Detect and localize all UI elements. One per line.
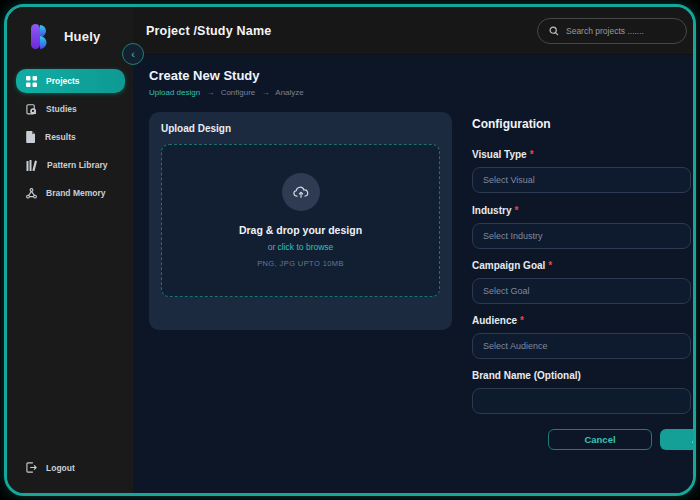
required-asterisk: * — [548, 260, 552, 271]
industry-label: Industry* — [472, 205, 518, 216]
sidebar-item-results[interactable]: Results — [16, 125, 125, 149]
configuration-panel: Configuration Visual Type* Select Visual… — [472, 117, 693, 493]
browse-link[interactable]: click to browse — [278, 242, 334, 252]
huely-logo-icon — [29, 23, 55, 50]
visual-type-select[interactable]: Select Visual — [472, 167, 691, 193]
app-window: Huely Projects — [4, 4, 696, 496]
network-icon — [26, 188, 37, 199]
sidebar-item-studies[interactable]: Studies — [16, 97, 125, 121]
breadcrumb-separator: → — [206, 88, 214, 97]
sidebar-item-label: Studies — [46, 104, 77, 114]
required-asterisk: * — [520, 315, 524, 326]
audience-select[interactable]: Select Audience — [472, 333, 691, 359]
document-icon — [26, 131, 36, 143]
logout-button[interactable]: Logout — [26, 462, 75, 473]
library-books-icon — [26, 160, 38, 171]
search-box[interactable] — [537, 18, 687, 44]
form-actions: Cancel Analyze — [472, 429, 693, 451]
brand-name: Huely — [64, 29, 100, 44]
audience-label: Audience* — [472, 315, 524, 326]
sidebar-item-label: Brand Memory — [46, 188, 106, 198]
upload-design-card: Upload Design Drag & drop your design or… — [149, 112, 452, 330]
field-label-text: Visual Type — [472, 149, 527, 160]
sidebar-item-projects[interactable]: Projects — [16, 69, 125, 93]
field-label-text: Industry — [472, 205, 511, 216]
grid-icon — [26, 76, 37, 87]
sidebar-item-pattern-library[interactable]: Pattern Library — [16, 153, 125, 177]
brand-logo: Huely — [29, 23, 100, 50]
search-icon — [549, 26, 559, 36]
dropzone-subtitle: or click to browse — [268, 242, 334, 252]
analyze-button[interactable]: Analyze — [660, 429, 696, 450]
select-placeholder: Select Audience — [483, 341, 548, 351]
top-header: Project /Study Name — [133, 7, 693, 55]
industry-select[interactable]: Select Industry — [472, 223, 691, 249]
cloud-upload-icon — [293, 186, 309, 199]
page-header-title: Project /Study Name — [146, 24, 271, 38]
sidebar-item-label: Pattern Library — [47, 160, 107, 170]
or-text: or — [268, 242, 276, 252]
upload-dropzone[interactable]: Drag & drop your design or click to brow… — [161, 144, 440, 297]
field-label-text: Brand Name (Optional) — [472, 370, 581, 381]
sidebar-nav: Projects Studies — [16, 69, 125, 209]
select-placeholder: Select Goal — [483, 286, 530, 296]
breadcrumb-step-upload[interactable]: Upload design — [149, 88, 200, 97]
field-label-text: Campaign Goal — [472, 260, 545, 271]
file-format-hint: PNG, JPG UPTO 10MB — [257, 259, 344, 268]
visual-type-label: Visual Type* — [472, 149, 534, 160]
breadcrumb-step-analyze[interactable]: Analyze — [275, 88, 303, 97]
cancel-button[interactable]: Cancel — [548, 429, 652, 450]
brand-name-label: Brand Name (Optional) — [472, 370, 581, 381]
chevron-left-icon: ‹ — [131, 48, 135, 60]
main-content: Create New Study Upload design → Configu… — [133, 55, 693, 493]
upload-circle — [282, 173, 320, 211]
select-placeholder: Select Industry — [483, 231, 543, 241]
upload-card-title: Upload Design — [161, 123, 440, 134]
required-asterisk: * — [514, 205, 518, 216]
logout-icon — [26, 462, 37, 473]
sidebar-item-brand-memory[interactable]: Brand Memory — [16, 181, 125, 205]
required-asterisk: * — [530, 149, 534, 160]
select-placeholder: Select Visual — [483, 175, 535, 185]
page-title: Create New Study — [149, 68, 260, 83]
logout-label: Logout — [46, 463, 75, 473]
campaign-goal-label: Campaign Goal* — [472, 260, 552, 271]
sidebar: Huely Projects — [7, 7, 133, 493]
breadcrumb-step-configure[interactable]: Configure — [221, 88, 256, 97]
configuration-title: Configuration — [472, 117, 551, 131]
study-search-icon — [26, 104, 37, 115]
breadcrumb-separator: → — [262, 88, 270, 97]
campaign-goal-select[interactable]: Select Goal — [472, 278, 691, 304]
field-label-text: Audience — [472, 315, 517, 326]
sidebar-item-label: Projects — [46, 76, 80, 86]
sidebar-item-label: Results — [45, 132, 76, 142]
sidebar-collapse-button[interactable]: ‹ — [122, 43, 144, 65]
breadcrumb: Upload design → Configure → Analyze — [149, 88, 304, 97]
search-input[interactable] — [566, 26, 675, 36]
dropzone-title: Drag & drop your design — [239, 224, 362, 236]
brand-name-input[interactable] — [472, 388, 691, 414]
